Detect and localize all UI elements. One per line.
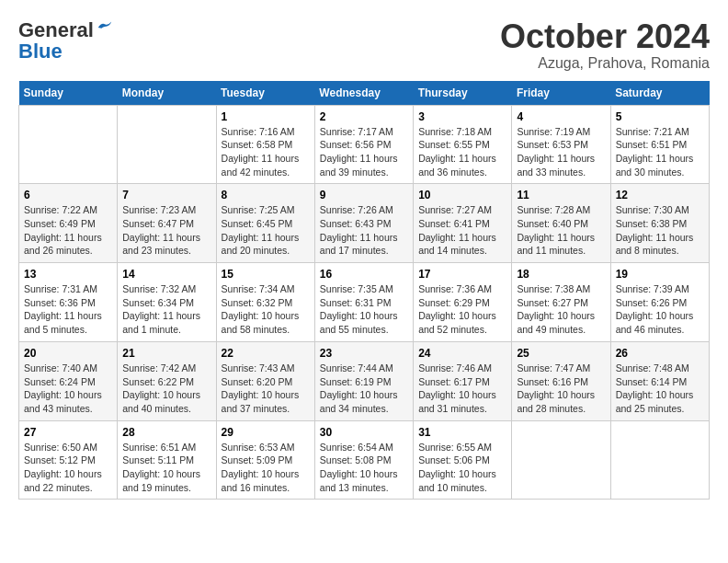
day-info: Sunrise: 7:31 AMSunset: 6:36 PMDaylight:…: [24, 282, 112, 337]
day-number: 18: [517, 268, 605, 281]
day-info: Sunrise: 7:34 AMSunset: 6:32 PMDaylight:…: [222, 282, 310, 337]
calendar-cell: 11Sunrise: 7:28 AMSunset: 6:40 PMDayligh…: [512, 184, 610, 263]
day-info: Sunrise: 6:54 AMSunset: 5:08 PMDaylight:…: [320, 441, 408, 495]
day-number: 31: [418, 426, 506, 439]
day-info: Sunrise: 7:42 AMSunset: 6:22 PMDaylight:…: [122, 362, 210, 416]
day-number: 26: [616, 347, 704, 360]
day-number: 15: [222, 268, 310, 281]
day-info: Sunrise: 7:16 AMSunset: 6:58 PMDaylight:…: [222, 125, 310, 179]
calendar-cell: 25Sunrise: 7:47 AMSunset: 6:16 PMDayligh…: [512, 341, 610, 420]
day-info: Sunrise: 7:19 AMSunset: 6:53 PMDaylight:…: [517, 125, 605, 179]
calendar-cell: [118, 105, 216, 184]
header-friday: Friday: [512, 81, 610, 106]
day-number: 28: [122, 426, 210, 439]
day-info: Sunrise: 7:21 AMSunset: 6:51 PMDaylight:…: [616, 125, 704, 179]
calendar-cell: [19, 105, 118, 184]
day-info: Sunrise: 7:40 AMSunset: 6:24 PMDaylight:…: [24, 362, 112, 416]
day-info: Sunrise: 7:36 AMSunset: 6:29 PMDaylight:…: [418, 282, 506, 337]
calendar-cell: 20Sunrise: 7:40 AMSunset: 6:24 PMDayligh…: [19, 341, 118, 420]
title-section: October 2024 Azuga, Prahova, Romania: [500, 18, 710, 72]
logo-text-blue: Blue: [18, 40, 63, 63]
day-info: Sunrise: 7:39 AMSunset: 6:26 PMDaylight:…: [616, 282, 704, 337]
calendar-cell: 14Sunrise: 7:32 AMSunset: 6:34 PMDayligh…: [118, 263, 216, 342]
week-row-1: 1Sunrise: 7:16 AMSunset: 6:58 PMDaylight…: [19, 105, 710, 184]
calendar-cell: 12Sunrise: 7:30 AMSunset: 6:38 PMDayligh…: [610, 184, 709, 263]
header-sunday: Sunday: [19, 81, 118, 106]
day-number: 4: [517, 110, 605, 123]
day-number: 8: [222, 189, 310, 201]
calendar-cell: 16Sunrise: 7:35 AMSunset: 6:31 PMDayligh…: [314, 263, 413, 342]
day-number: 23: [320, 347, 408, 360]
page-title: October 2024: [500, 18, 710, 55]
calendar-cell: 23Sunrise: 7:44 AMSunset: 6:19 PMDayligh…: [314, 341, 413, 420]
calendar-header-row: SundayMondayTuesdayWednesdayThursdayFrid…: [19, 81, 710, 106]
calendar-cell: 3Sunrise: 7:18 AMSunset: 6:55 PMDaylight…: [414, 105, 512, 184]
calendar-cell: 18Sunrise: 7:38 AMSunset: 6:27 PMDayligh…: [512, 263, 610, 342]
day-number: 10: [418, 189, 506, 201]
day-info: Sunrise: 7:30 AMSunset: 6:38 PMDaylight:…: [616, 203, 704, 258]
logo-bird-icon: [97, 20, 113, 33]
calendar-cell: 5Sunrise: 7:21 AMSunset: 6:51 PMDaylight…: [610, 105, 709, 184]
day-number: 3: [418, 110, 506, 123]
logo: General Blue: [18, 18, 113, 63]
calendar-cell: 17Sunrise: 7:36 AMSunset: 6:29 PMDayligh…: [414, 263, 512, 342]
calendar-cell: 1Sunrise: 7:16 AMSunset: 6:58 PMDaylight…: [216, 105, 314, 184]
day-number: 30: [320, 426, 408, 439]
day-number: 11: [517, 189, 605, 201]
calendar-cell: 13Sunrise: 7:31 AMSunset: 6:36 PMDayligh…: [19, 263, 118, 342]
calendar-cell: 28Sunrise: 6:51 AMSunset: 5:11 PMDayligh…: [118, 420, 216, 500]
calendar-cell: 19Sunrise: 7:39 AMSunset: 6:26 PMDayligh…: [610, 263, 709, 342]
header-wednesday: Wednesday: [314, 81, 413, 106]
calendar-cell: [610, 420, 709, 500]
calendar-cell: 6Sunrise: 7:22 AMSunset: 6:49 PMDaylight…: [19, 184, 118, 263]
day-number: 22: [222, 347, 310, 360]
day-number: 7: [122, 189, 210, 201]
header-saturday: Saturday: [610, 81, 709, 106]
day-info: Sunrise: 7:17 AMSunset: 6:56 PMDaylight:…: [320, 125, 408, 179]
day-info: Sunrise: 7:35 AMSunset: 6:31 PMDaylight:…: [320, 282, 408, 337]
day-info: Sunrise: 6:53 AMSunset: 5:09 PMDaylight:…: [222, 441, 310, 495]
day-number: 20: [24, 347, 112, 360]
calendar-cell: 30Sunrise: 6:54 AMSunset: 5:08 PMDayligh…: [314, 420, 413, 500]
day-info: Sunrise: 7:43 AMSunset: 6:20 PMDaylight:…: [222, 362, 310, 416]
calendar-cell: 27Sunrise: 6:50 AMSunset: 5:12 PMDayligh…: [19, 420, 118, 500]
day-number: 24: [418, 347, 506, 360]
day-number: 6: [24, 189, 112, 201]
day-number: 5: [616, 110, 704, 123]
day-info: Sunrise: 7:46 AMSunset: 6:17 PMDaylight:…: [418, 362, 506, 416]
week-row-5: 27Sunrise: 6:50 AMSunset: 5:12 PMDayligh…: [19, 420, 710, 500]
page-subtitle: Azuga, Prahova, Romania: [500, 55, 710, 72]
calendar-cell: 9Sunrise: 7:26 AMSunset: 6:43 PMDaylight…: [314, 184, 413, 263]
calendar-cell: 7Sunrise: 7:23 AMSunset: 6:47 PMDaylight…: [118, 184, 216, 263]
header-tuesday: Tuesday: [216, 81, 314, 106]
header-monday: Monday: [118, 81, 216, 106]
week-row-2: 6Sunrise: 7:22 AMSunset: 6:49 PMDaylight…: [19, 184, 710, 263]
day-number: 19: [616, 268, 704, 281]
page-header: General Blue October 2024 Azuga, Prahova…: [18, 18, 710, 72]
day-number: 25: [517, 347, 605, 360]
week-row-3: 13Sunrise: 7:31 AMSunset: 6:36 PMDayligh…: [19, 263, 710, 342]
day-info: Sunrise: 6:50 AMSunset: 5:12 PMDaylight:…: [24, 441, 112, 495]
calendar-cell: 24Sunrise: 7:46 AMSunset: 6:17 PMDayligh…: [414, 341, 512, 420]
calendar-cell: 21Sunrise: 7:42 AMSunset: 6:22 PMDayligh…: [118, 341, 216, 420]
calendar-cell: 4Sunrise: 7:19 AMSunset: 6:53 PMDaylight…: [512, 105, 610, 184]
calendar-cell: 29Sunrise: 6:53 AMSunset: 5:09 PMDayligh…: [216, 420, 314, 500]
day-number: 9: [320, 189, 408, 201]
day-info: Sunrise: 7:47 AMSunset: 6:16 PMDaylight:…: [517, 362, 605, 416]
header-thursday: Thursday: [414, 81, 512, 106]
day-number: 29: [222, 426, 310, 439]
day-info: Sunrise: 7:23 AMSunset: 6:47 PMDaylight:…: [122, 203, 210, 258]
day-info: Sunrise: 7:26 AMSunset: 6:43 PMDaylight:…: [320, 203, 408, 258]
day-number: 16: [320, 268, 408, 281]
calendar-cell: [512, 420, 610, 500]
calendar-cell: 26Sunrise: 7:48 AMSunset: 6:14 PMDayligh…: [610, 341, 709, 420]
calendar-cell: 10Sunrise: 7:27 AMSunset: 6:41 PMDayligh…: [414, 184, 512, 263]
week-row-4: 20Sunrise: 7:40 AMSunset: 6:24 PMDayligh…: [19, 341, 710, 420]
calendar-cell: 15Sunrise: 7:34 AMSunset: 6:32 PMDayligh…: [216, 263, 314, 342]
day-info: Sunrise: 6:55 AMSunset: 5:06 PMDaylight:…: [418, 441, 506, 495]
day-number: 2: [320, 110, 408, 123]
calendar-table: SundayMondayTuesdayWednesdayThursdayFrid…: [18, 81, 710, 500]
calendar-cell: 8Sunrise: 7:25 AMSunset: 6:45 PMDaylight…: [216, 184, 314, 263]
calendar-cell: 31Sunrise: 6:55 AMSunset: 5:06 PMDayligh…: [414, 420, 512, 500]
day-info: Sunrise: 7:28 AMSunset: 6:40 PMDaylight:…: [517, 203, 605, 258]
